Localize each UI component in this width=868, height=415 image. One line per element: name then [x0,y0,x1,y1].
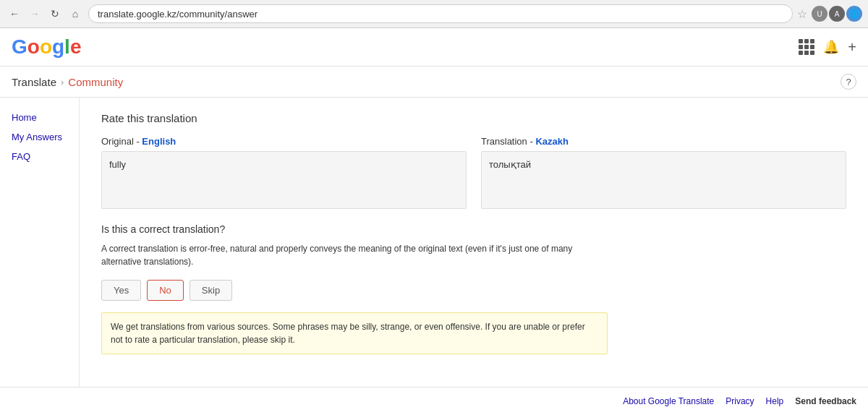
apps-grid-icon[interactable] [799,39,814,55]
notice-box: We get translations from various sources… [101,312,608,354]
description-text: A correct translation is error-free, nat… [101,242,608,268]
sidebar-item-my-answers[interactable]: My Answers [12,129,79,145]
address-bar[interactable] [88,4,793,23]
original-label: Original - English [101,136,467,147]
original-lang: English [142,136,176,147]
skip-button[interactable]: Skip [190,280,232,301]
grid-dot [799,45,803,49]
logo-g2: g [52,35,64,58]
grid-dot [799,39,803,43]
logo-l: l [64,35,70,58]
yes-button[interactable]: Yes [101,280,141,301]
user-icon[interactable]: U [812,6,827,22]
breadcrumb-translate[interactable]: Translate [12,76,56,88]
add-account-icon[interactable]: + [848,39,856,56]
browser-chrome: ← → ↻ ⌂ ☆ U A 🌐 [0,0,868,28]
forward-button[interactable]: → [26,5,43,22]
footer-help-link[interactable]: Help [766,396,784,406]
footer-about-link[interactable]: About Google Translate [623,396,714,406]
notifications-icon[interactable]: 🔔 [823,39,839,55]
header-right: 🔔 + [799,39,856,56]
original-label-text: Original - [101,136,142,147]
grid-dot [804,39,809,43]
no-button[interactable]: No [147,280,184,301]
page-header: Google 🔔 + [0,28,868,67]
section-title: Rate this translation [101,112,846,124]
sidebar: Home My Answers FAQ [0,98,80,387]
google-logo: Google [12,35,81,59]
breadcrumb-community[interactable]: Community [68,76,123,88]
original-text-box: fully [101,151,467,209]
main-layout: Home My Answers FAQ Rate this translatio… [0,98,868,387]
grid-dot [810,45,814,49]
translation-col: Translation - Kazakh толықтай [481,136,846,209]
footer-feedback-link[interactable]: Send feedback [795,396,856,406]
question-text: Is this a correct translation? [101,223,846,235]
grid-dot [810,51,814,55]
grid-dot [799,51,803,55]
original-col: Original - English fully [101,136,467,209]
toolbar-right: ☆ U A 🌐 [797,6,862,22]
help-button[interactable]: ? [841,74,856,90]
breadcrumb: Translate › Community [12,76,123,88]
button-row: Yes No Skip [101,280,846,301]
browser-toolbar: ← → ↻ ⌂ ☆ U A 🌐 [0,0,868,27]
footer: About Google Translate Privacy Help Send… [0,387,868,415]
breadcrumb-bar: Translate › Community ? [0,67,868,98]
logo-o1: o [27,35,40,58]
sidebar-item-home[interactable]: Home [12,109,79,126]
grid-dot [804,45,809,49]
main-content: Rate this translation Original - English… [80,98,868,387]
translation-row: Original - English fully Translation - K… [101,136,846,209]
translation-label: Translation - Kazakh [481,136,846,147]
logo-e: e [70,35,82,58]
nav-buttons: ← → ↻ ⌂ [6,5,84,22]
grid-dot [804,51,809,55]
bookmark-icon[interactable]: ☆ [797,7,807,21]
logo-g: G [12,35,27,58]
home-button[interactable]: ⌂ [67,5,84,22]
footer-privacy-link[interactable]: Privacy [726,396,754,406]
logo-o2: o [40,35,52,58]
profile-icons: U A 🌐 [812,6,862,22]
grid-dot [810,39,814,43]
translation-text-box: толықтай [481,151,846,209]
sidebar-item-faq[interactable]: FAQ [12,148,79,165]
back-button[interactable]: ← [6,5,23,22]
globe-icon[interactable]: 🌐 [846,6,862,22]
translation-label-text: Translation - [481,136,535,147]
translation-lang: Kazakh [535,136,569,147]
breadcrumb-separator: › [61,77,64,87]
reload-button[interactable]: ↻ [46,5,64,22]
user-icon-2[interactable]: A [829,6,845,22]
